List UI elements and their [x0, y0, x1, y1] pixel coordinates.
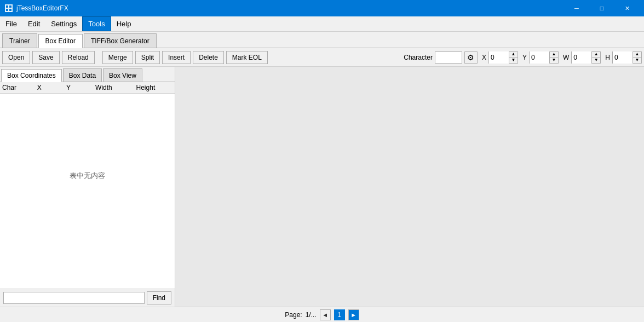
sub-tab-box-coordinates[interactable]: Box Coordinates [1, 69, 62, 82]
x-spinner: ▲ ▼ [509, 51, 518, 64]
left-panel: Box CoordinatesBox DataBox View CharXYWi… [0, 67, 175, 307]
svg-rect-4 [9, 9, 12, 11]
menu-item-edit[interactable]: Edit [22, 16, 45, 31]
app-icon [4, 4, 13, 13]
maximize-button[interactable]: □ [589, 0, 614, 16]
close-button[interactable]: ✕ [614, 0, 640, 16]
svg-rect-3 [6, 9, 8, 11]
sub-tab-box-view[interactable]: Box View [103, 68, 142, 82]
search-bar: Find [0, 289, 175, 307]
toolbar: Open Save Reload Merge Split Insert Dele… [0, 48, 644, 67]
page-prev-button[interactable]: ◄ [320, 309, 331, 320]
table-empty-message: 表中无内容 [0, 94, 175, 258]
merge-button[interactable]: Merge [102, 51, 133, 64]
minimize-button[interactable]: ─ [564, 0, 589, 16]
y-label: Y [522, 54, 527, 61]
reload-button[interactable]: Reload [62, 51, 95, 64]
svg-rect-1 [6, 5, 8, 8]
h-input-wrap: ▲ ▼ [612, 51, 642, 64]
th-y: Y [64, 82, 93, 94]
tab-box-editor[interactable]: Box Editor [38, 34, 83, 48]
y-input-wrap: ▲ ▼ [529, 51, 559, 64]
h-spin-up[interactable]: ▲ [633, 51, 641, 58]
split-button[interactable]: Split [135, 51, 160, 64]
tab-tiff-box-generator[interactable]: TIFF/Box Generator [84, 33, 157, 48]
h-label: H [605, 54, 610, 61]
x-spin-up[interactable]: ▲ [509, 51, 518, 58]
table-header-row: CharXYWidthHeight [0, 82, 175, 94]
main-area: Box CoordinatesBox DataBox View CharXYWi… [0, 67, 644, 307]
th-height: Height [134, 82, 175, 94]
y-spin-down[interactable]: ▼ [550, 58, 558, 64]
find-button[interactable]: Find [147, 291, 171, 304]
y-input[interactable] [530, 51, 549, 64]
menu-item-help[interactable]: Help [111, 16, 137, 31]
w-label: W [563, 54, 569, 61]
th-width: Width [93, 82, 134, 94]
menu-item-tools[interactable]: Tools [82, 16, 111, 31]
x-input[interactable] [489, 51, 509, 64]
gear-button[interactable]: ⚙ [464, 51, 478, 64]
tab-bar: TrainerBox EditorTIFF/Box Generator [0, 32, 644, 48]
w-input-wrap: ▲ ▼ [571, 51, 601, 64]
table-container[interactable]: CharXYWidthHeight 表中无内容 [0, 82, 175, 289]
page-next-button[interactable]: ► [348, 309, 359, 320]
h-spin-down[interactable]: ▼ [633, 58, 641, 64]
sub-tab-box-data[interactable]: Box Data [63, 68, 102, 82]
w-spinner: ▲ ▼ [591, 51, 600, 64]
th-char: Char [0, 82, 35, 94]
status-bar: Page: 1/... ◄ 1 ► [0, 307, 644, 322]
page-label: Page: [285, 311, 302, 319]
save-button[interactable]: Save [32, 51, 59, 64]
h-input[interactable] [613, 51, 633, 64]
menu-bar: FileEditSettingsToolsHelp [0, 16, 644, 32]
x-spin-down[interactable]: ▼ [509, 58, 518, 64]
x-input-wrap: ▲ ▼ [488, 51, 518, 64]
page-current: 1 [334, 309, 345, 320]
tab-trainer[interactable]: Trainer [2, 33, 37, 48]
w-input[interactable] [572, 51, 591, 64]
w-spin-down[interactable]: ▼ [592, 58, 600, 64]
title-bar: jTessBoxEditorFX ─ □ ✕ [0, 0, 644, 16]
coord-controls: Character ⚙ X ▲ ▼ Y ▲ ▼ W ▲ ▼ [404, 51, 642, 64]
character-input[interactable] [435, 51, 462, 64]
sub-tab-bar: Box CoordinatesBox DataBox View [0, 67, 175, 82]
window-controls: ─ □ ✕ [564, 0, 640, 16]
search-input[interactable] [3, 292, 145, 304]
page-info: 1/... [306, 311, 317, 319]
x-label: X [482, 54, 486, 61]
th-x: X [35, 82, 64, 94]
delete-button[interactable]: Delete [193, 51, 224, 64]
y-spin-up[interactable]: ▲ [550, 51, 558, 58]
y-spinner: ▲ ▼ [549, 51, 558, 64]
mark-eol-button[interactable]: Mark EOL [226, 51, 268, 64]
menu-item-settings[interactable]: Settings [45, 16, 82, 31]
insert-button[interactable]: Insert [162, 51, 191, 64]
character-label: Character [404, 54, 433, 61]
right-panel [175, 67, 644, 307]
open-button[interactable]: Open [2, 51, 30, 64]
data-table: CharXYWidthHeight [0, 82, 175, 94]
app-title: jTessBoxEditorFX [16, 4, 564, 12]
menu-item-file[interactable]: File [0, 16, 22, 31]
w-spin-up[interactable]: ▲ [592, 51, 600, 58]
h-spinner: ▲ ▼ [633, 51, 641, 64]
svg-rect-2 [9, 5, 12, 8]
